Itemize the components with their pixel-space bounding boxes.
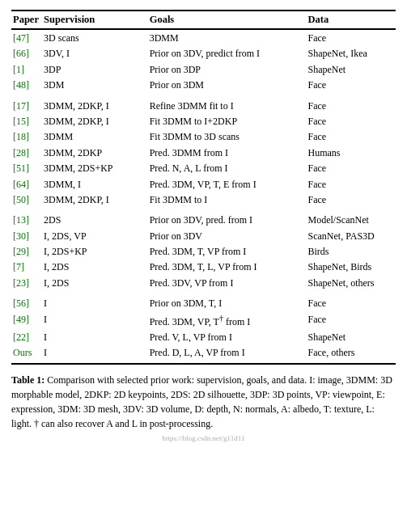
cell-data: ShapeNet (307, 330, 396, 345)
cell-goals: Prior on 3DM, T, I (148, 291, 307, 311)
table-row: [50]3DMM, 2DKP, IFit 3DMM to IFace (11, 192, 396, 208)
watermark: https://blog.csdn.net/g11d11 (11, 434, 396, 442)
cell-goals: 3DMM (148, 29, 307, 46)
cell-supervision: 3DMM, I (42, 177, 148, 192)
cell-supervision: I, 2DS+KP (42, 244, 148, 260)
cell-data: Face, others (307, 345, 396, 363)
table-row: [1]3DPPrior on 3DPShapeNet (11, 62, 396, 78)
header-data: Data (307, 11, 396, 29)
table-row: [18]3DMMFit 3DMM to 3D scansFace (11, 129, 396, 145)
cell-supervision: 3DMM, 2DKP, I (42, 192, 148, 208)
cell-goals: Prior on 3DM (148, 78, 307, 93)
cell-supervision: 3DMM (42, 129, 148, 145)
cell-supervision: 2DS (42, 208, 148, 228)
cell-supervision: 3DMM, 2DS+KP (42, 161, 148, 176)
cell-supervision: I, 2DS (42, 276, 148, 291)
cell-data: Face (307, 161, 396, 176)
table-row: [28]3DMM, 2DKPPred. 3DMM from IHumans (11, 146, 396, 161)
cell-supervision: I (42, 330, 148, 345)
cell-data: ShapeNet, Birds (307, 260, 396, 275)
table-row: [51]3DMM, 2DS+KPPred. N, A, L from IFace (11, 161, 396, 176)
cell-goals: Pred. N, A, L from I (148, 161, 307, 176)
cell-data: Model/ScanNet (307, 208, 396, 228)
table-row: [15]3DMM, 2DKP, IFit 3DMM to I+2DKPFace (11, 114, 396, 129)
cell-data: Face (307, 312, 396, 330)
cell-paper: Ours (11, 345, 42, 363)
table-row: [29]I, 2DS+KPPred. 3DM, T, VP from IBird… (11, 244, 396, 260)
table-row: OursIPred. D, L, A, VP from IFace, other… (11, 345, 396, 363)
cell-paper: [23] (11, 276, 42, 291)
cell-paper: [48] (11, 78, 42, 93)
cell-data: Face (307, 177, 396, 192)
caption-footnote: † can also recover A and L in post-proce… (34, 418, 213, 429)
table-row: [48]3DMPrior on 3DMFace (11, 78, 396, 93)
cell-goals: Fit 3DMM to 3D scans (148, 129, 307, 145)
cell-data: Face (307, 94, 396, 114)
cell-paper: [64] (11, 177, 42, 192)
cell-goals: Refine 3DMM fit to I (148, 94, 307, 114)
cell-paper: [47] (11, 29, 42, 46)
header-goals: Goals (148, 11, 307, 29)
cell-data: Face (307, 78, 396, 93)
cell-data: ScanNet, PAS3D (307, 229, 396, 244)
cell-supervision: 3D scans (42, 29, 148, 46)
cell-goals: Pred. D, L, A, VP from I (148, 345, 307, 363)
cell-supervision: I, 2DS (42, 260, 148, 275)
table-row: [66]3DV, IPrior on 3DV, predict from ISh… (11, 46, 396, 61)
cell-goals: Fit 3DMM to I (148, 192, 307, 208)
header-supervision: Supervision (42, 11, 148, 29)
table-row: [13]2DSPrior on 3DV, pred. from IModel/S… (11, 208, 396, 228)
cell-paper: [1] (11, 62, 42, 78)
table-row: [56]IPrior on 3DM, T, IFace (11, 291, 396, 311)
cell-goals: Prior on 3DV, pred. from I (148, 208, 307, 228)
cell-paper: [22] (11, 330, 42, 345)
cell-data: ShapeNet, Ikea (307, 46, 396, 61)
header-paper: Paper (11, 11, 42, 29)
table-row: [23]I, 2DSPred. 3DV, VP from IShapeNet, … (11, 276, 396, 291)
caption-label: Table 1: (11, 374, 45, 386)
table-row: [30]I, 2DS, VPPrior on 3DVScanNet, PAS3D (11, 229, 396, 244)
comparison-table: Paper Supervision Goals Data [47]3D scan… (11, 10, 396, 365)
cell-data: Face (307, 114, 396, 129)
table-row: [49]IPred. 3DM, VP, T† from IFace (11, 312, 396, 330)
cell-supervision: 3DV, I (42, 46, 148, 61)
cell-paper: [7] (11, 260, 42, 275)
cell-supervision: I (42, 291, 148, 311)
cell-goals: Prior on 3DV (148, 229, 307, 244)
cell-paper: [18] (11, 129, 42, 145)
cell-goals: Prior on 3DV, predict from I (148, 46, 307, 61)
cell-goals: Pred. 3DM, VP, T, E from I (148, 177, 307, 192)
cell-supervision: 3DMM, 2DKP (42, 146, 148, 161)
cell-paper: [49] (11, 312, 42, 330)
cell-paper: [66] (11, 46, 42, 61)
cell-data: Face (307, 129, 396, 145)
table-row: [7]I, 2DSPred. 3DM, T, L, VP from IShape… (11, 260, 396, 275)
cell-supervision: 3DMM, 2DKP, I (42, 94, 148, 114)
table-caption: Table 1: Comparison with selected prior … (11, 373, 396, 431)
table-row: [64]3DMM, IPred. 3DM, VP, T, E from IFac… (11, 177, 396, 192)
cell-paper: [28] (11, 146, 42, 161)
table-row: [22]IPred. V, L, VP from IShapeNet (11, 330, 396, 345)
cell-goals: Pred. 3DV, VP from I (148, 276, 307, 291)
cell-paper: [51] (11, 161, 42, 176)
table-row: [17]3DMM, 2DKP, IRefine 3DMM fit to IFac… (11, 94, 396, 114)
cell-paper: [15] (11, 114, 42, 129)
cell-data: ShapeNet (307, 62, 396, 78)
cell-supervision: I (42, 345, 148, 363)
cell-goals: Pred. 3DM, T, VP from I (148, 244, 307, 260)
cell-paper: [56] (11, 291, 42, 311)
cell-data: Humans (307, 146, 396, 161)
cell-supervision: I (42, 312, 148, 330)
cell-supervision: 3DM (42, 78, 148, 93)
cell-paper: [17] (11, 94, 42, 114)
cell-data: Face (307, 29, 396, 46)
cell-goals: Pred. 3DM, T, L, VP from I (148, 260, 307, 275)
cell-supervision: 3DMM, 2DKP, I (42, 114, 148, 129)
cell-goals: Pred. V, L, VP from I (148, 330, 307, 345)
cell-goals: Pred. 3DM, VP, T† from I (148, 312, 307, 330)
cell-goals: Pred. 3DMM from I (148, 146, 307, 161)
cell-paper: [50] (11, 192, 42, 208)
table-row: [47]3D scans3DMMFace (11, 29, 396, 46)
cell-data: Face (307, 291, 396, 311)
cell-data: Face (307, 192, 396, 208)
